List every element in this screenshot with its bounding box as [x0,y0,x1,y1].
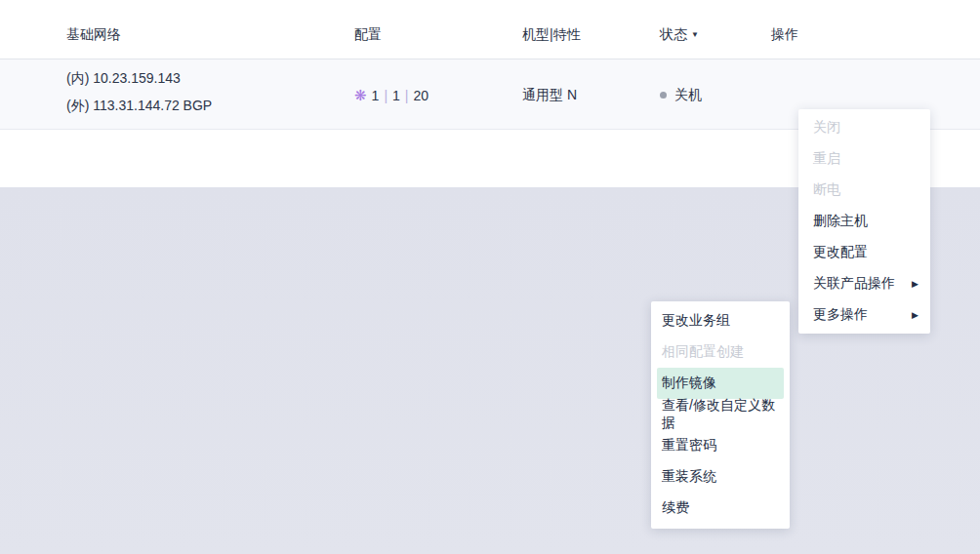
submenu-item-reinstall-system[interactable]: 重装系统 [657,461,784,493]
config-mem: 1 [392,88,400,103]
column-header-status[interactable]: 状态▼ [660,26,699,44]
status-filter-icon[interactable]: ▼ [691,30,699,39]
submenu-arrow-icon: ▶ [912,279,919,289]
config-cell: ❋1|1|20 [354,87,429,104]
machine-type-cell: 通用型 N [522,87,577,104]
config-disk: 20 [413,88,429,103]
table-header: 基础网络 配置 机型|特性 状态▼ 操作 [0,0,980,59]
menu-item-more-ops[interactable]: 更多操作 ▶ [798,299,930,331]
cpu-flower-icon: ❋ [354,87,367,103]
submenu-item-create-same-config: 相同配置创建 [657,336,784,368]
status-label: 关机 [674,87,702,102]
menu-item-related-product-ops[interactable]: 关联产品操作 ▶ [798,268,930,299]
more-ops-submenu: 更改业务组 相同配置创建 制作镜像 查看/修改自定义数据 重置密码 重装系统 续… [651,301,790,529]
menu-item-shutdown: 关闭 [798,112,930,143]
menu-item-poweroff: 断电 [798,175,930,206]
status-dot-icon [660,92,667,99]
submenu-item-change-business-group[interactable]: 更改业务组 [657,305,784,336]
submenu-arrow-icon: ▶ [912,310,919,320]
submenu-item-view-edit-custom-data[interactable]: 查看/修改自定义数据 [657,399,784,430]
row-actions-dropdown-menu: 关闭 重启 断电 删除主机 更改配置 关联产品操作 ▶ 更多操作 ▶ [798,109,930,334]
column-header-config: 配置 [354,26,382,44]
status-cell: 关机 [660,87,702,104]
column-header-network: 基础网络 [66,26,121,44]
config-separator: | [384,88,388,103]
submenu-item-renew[interactable]: 续费 [657,493,784,524]
internal-ip: (内) 10.23.159.143 [66,70,181,88]
menu-item-restart: 重启 [798,143,930,175]
submenu-item-reset-password[interactable]: 重置密码 [657,430,784,461]
column-header-actions: 操作 [771,26,798,44]
submenu-item-make-image[interactable]: 制作镜像 [657,368,784,399]
menu-item-change-config[interactable]: 更改配置 [798,237,930,268]
config-cpu: 1 [372,88,380,103]
config-separator: | [405,88,409,103]
menu-item-delete-host[interactable]: 删除主机 [798,206,930,237]
external-ip: (外) 113.31.144.72 BGP [66,98,212,115]
column-header-machine-type: 机型|特性 [522,26,581,44]
